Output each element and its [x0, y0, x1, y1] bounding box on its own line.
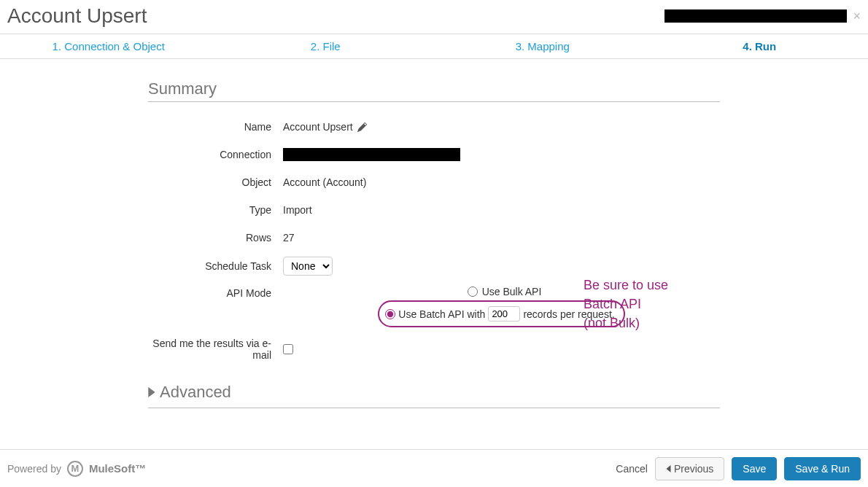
email-results-checkbox[interactable]: [283, 344, 293, 354]
batch-prefix: Use Batch API with: [398, 308, 485, 320]
save-button[interactable]: Save: [732, 457, 777, 480]
summary-heading: Summary: [148, 79, 720, 102]
page-title: Account Upsert: [7, 4, 147, 28]
value-type: Import: [283, 204, 720, 216]
label-email-results: Send me the results via e-mail: [148, 338, 283, 361]
step-tabs: 1. Connection & Object 2. File 3. Mappin…: [0, 34, 868, 59]
schedule-select[interactable]: None: [283, 257, 333, 276]
radio-batch-api[interactable]: [385, 309, 395, 319]
radio-bulk-api[interactable]: [468, 287, 478, 297]
label-rows: Rows: [148, 232, 283, 244]
label-connection: Connection: [148, 149, 283, 160]
value-rows: 27: [283, 232, 720, 244]
mulesoft-logo-icon: M: [67, 461, 83, 477]
label-type: Type: [148, 204, 283, 216]
mulesoft-brand: MuleSoft™: [89, 462, 146, 475]
tab-file[interactable]: 2. File: [217, 34, 435, 58]
label-schedule: Schedule Task: [148, 260, 283, 272]
powered-by-label: Powered by: [7, 463, 61, 475]
chevron-right-icon: [148, 387, 155, 397]
tab-connection[interactable]: 1. Connection & Object: [0, 34, 217, 58]
label-api-mode: API Mode: [148, 286, 283, 299]
value-name: Account Upsert: [283, 121, 353, 133]
tab-mapping[interactable]: 3. Mapping: [434, 34, 651, 58]
advanced-heading: Advanced: [160, 383, 231, 402]
tab-run[interactable]: 4. Run: [651, 34, 869, 58]
cancel-button[interactable]: Cancel: [616, 463, 648, 475]
label-object: Object: [148, 176, 283, 188]
header-redacted: [664, 9, 847, 23]
callout-annotation: Be sure to use Batch API (not Bulk): [584, 276, 668, 332]
label-name: Name: [148, 121, 283, 133]
caret-left-icon: [666, 465, 671, 472]
advanced-toggle[interactable]: Advanced: [148, 378, 720, 408]
value-connection-redacted: [283, 148, 460, 161]
radio-bulk-api-label: Use Bulk API: [482, 286, 542, 297]
batch-size-input[interactable]: [488, 306, 520, 322]
value-object: Account (Account): [283, 176, 720, 188]
previous-button[interactable]: Previous: [655, 457, 724, 480]
pencil-icon[interactable]: [357, 122, 367, 132]
close-icon[interactable]: ×: [853, 9, 861, 24]
save-run-button[interactable]: Save & Run: [784, 457, 861, 480]
